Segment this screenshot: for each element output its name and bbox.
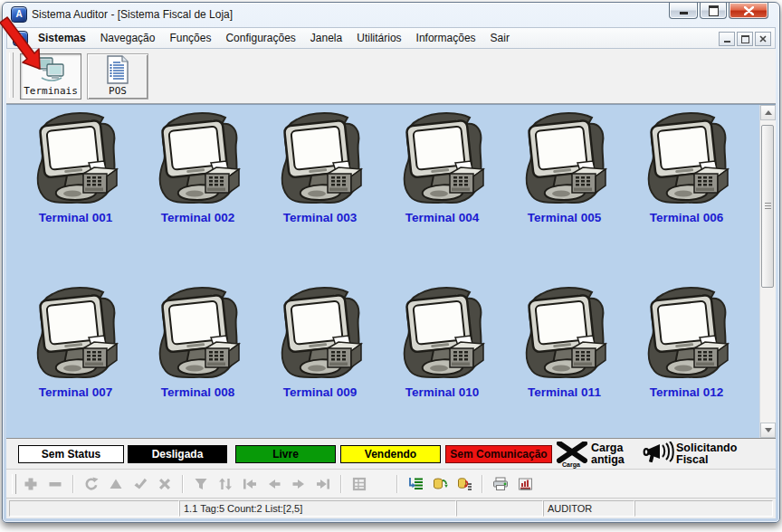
- load-data-button[interactable]: [454, 474, 474, 494]
- first-record-button[interactable]: [240, 474, 260, 494]
- first-record-icon: [243, 477, 257, 491]
- menu-funcoes[interactable]: Funções: [162, 29, 218, 47]
- pos-terminal-icon: [33, 287, 119, 381]
- terminal-item[interactable]: Terminal 003: [259, 112, 381, 275]
- menubar: A Sistemas Navegação Funções Configuraçõ…: [6, 27, 776, 49]
- confirm-icon: [133, 477, 148, 491]
- legend-vendendo: Vendendo: [340, 445, 441, 463]
- pos-terminal-icon: [277, 112, 364, 206]
- close-button[interactable]: [729, 3, 768, 19]
- remove-icon: [48, 477, 62, 491]
- statusbar: 1.1 Tag:5 Count:2 List:[2,5] AUDITOR: [6, 498, 776, 518]
- maximize-button[interactable]: [700, 3, 727, 19]
- carga-icon-caption: Carga: [562, 461, 580, 468]
- menu-utilitarios[interactable]: Utilitários: [349, 29, 408, 47]
- pos-button-label: POS: [109, 85, 127, 97]
- separator: [182, 475, 184, 493]
- vertical-scrollbar[interactable]: [759, 105, 776, 438]
- confirm-button[interactable]: [130, 474, 150, 494]
- close-icon: [744, 6, 754, 15]
- red-arrow-annotation: [0, 14, 58, 78]
- load-data-icon: [457, 477, 472, 491]
- pos-terminal-icon: [521, 112, 608, 206]
- goto-list-button[interactable]: [405, 474, 425, 494]
- terminal-item[interactable]: Terminal 009: [259, 287, 381, 438]
- edit-button[interactable]: [106, 474, 126, 494]
- print-button[interactable]: [491, 474, 510, 494]
- scrollbar-thumb[interactable]: [761, 125, 774, 288]
- statusbar-panel-empty: [456, 500, 543, 517]
- cancel-icon: [157, 477, 172, 491]
- terminal-label: Terminal 002: [137, 211, 259, 224]
- last-record-button[interactable]: [313, 474, 333, 494]
- terminal-item[interactable]: Terminal 007: [14, 287, 137, 438]
- filter-button[interactable]: [191, 474, 211, 494]
- statusbar-info: 1.1 Tag:5 Count:2 List:[2,5]: [179, 500, 456, 517]
- legend-desligada: Desligada: [128, 445, 227, 463]
- terminais-button-label: Terminais: [24, 85, 78, 97]
- menu-janela[interactable]: Janela: [303, 29, 349, 47]
- pos-terminal-icon: [399, 112, 486, 206]
- statusbar-user: AUDITOR: [543, 500, 634, 517]
- pos-button[interactable]: POS: [87, 53, 148, 100]
- solicitando-fiscal-label: Solicitando Fiscal: [676, 442, 743, 466]
- grid-icon: [352, 477, 367, 491]
- terminal-item[interactable]: Terminal 011: [503, 287, 625, 438]
- mdi-window-buttons: [719, 32, 771, 46]
- mdi-minimize-icon: [724, 41, 730, 43]
- previous-record-icon: [267, 477, 281, 491]
- maximize-icon: [709, 5, 719, 16]
- terminal-label: Terminal 003: [259, 211, 381, 224]
- menu-items: Sistemas Navegação Funções Configurações…: [33, 29, 517, 47]
- menu-navegacao[interactable]: Navegação: [93, 29, 163, 47]
- scroll-up-button[interactable]: [760, 105, 776, 120]
- refresh-data-button[interactable]: [430, 474, 450, 494]
- terminal-item[interactable]: Terminal 006: [625, 112, 748, 275]
- terminal-item[interactable]: Terminal 010: [381, 287, 503, 438]
- refresh-button[interactable]: [81, 474, 101, 494]
- last-record-icon: [316, 477, 330, 491]
- menu-informacoes[interactable]: Informações: [409, 29, 483, 47]
- terminal-item[interactable]: Terminal 012: [625, 287, 748, 438]
- titlebar[interactable]: A Sistema Auditor - [Sistema Fiscal de L…: [3, 3, 779, 26]
- terminal-item[interactable]: Terminal 002: [137, 112, 259, 275]
- mdi-restore-button[interactable]: [737, 32, 753, 46]
- separator: [396, 475, 398, 493]
- next-record-icon: [291, 477, 306, 491]
- separator: [72, 475, 74, 493]
- refresh-data-icon: [433, 477, 448, 491]
- pos-terminal-icon: [33, 112, 119, 206]
- refresh-icon: [84, 477, 99, 491]
- report-button[interactable]: [515, 474, 535, 494]
- remove-button[interactable]: [45, 474, 65, 494]
- terminal-item[interactable]: Terminal 005: [503, 112, 625, 275]
- sort-button[interactable]: [215, 474, 235, 494]
- terminal-item[interactable]: Terminal 004: [381, 112, 503, 275]
- terminal-label: Terminal 008: [137, 385, 259, 399]
- terminal-item[interactable]: Terminal 001: [14, 112, 137, 275]
- mdi-close-icon: [759, 35, 767, 43]
- grid-button[interactable]: [349, 474, 369, 494]
- minimize-button[interactable]: [669, 3, 698, 19]
- navbar-grip[interactable]: [12, 474, 16, 494]
- menu-sair[interactable]: Sair: [483, 29, 517, 47]
- app-window: A Sistema Auditor - [Sistema Fiscal de L…: [2, 2, 780, 523]
- pos-terminal-icon: [155, 287, 242, 381]
- cancel-button[interactable]: [155, 474, 175, 494]
- legend-sem-comunicacao: Sem Comunicação: [445, 445, 552, 463]
- mdi-minimize-button[interactable]: [719, 32, 735, 46]
- menu-configuracoes[interactable]: Configurações: [218, 29, 302, 47]
- add-button[interactable]: [21, 474, 41, 494]
- scrollbar-grip-icon: [765, 203, 771, 210]
- caption-buttons: [669, 3, 768, 19]
- pos-terminal-icon: [644, 112, 730, 206]
- mdi-close-button[interactable]: [755, 32, 771, 46]
- terminal-item[interactable]: Terminal 008: [137, 287, 259, 438]
- screenshot-stage: A Sistema Auditor - [Sistema Fiscal de L…: [0, 0, 782, 532]
- previous-record-button[interactable]: [264, 474, 284, 494]
- filter-icon: [194, 477, 208, 491]
- scroll-down-button[interactable]: [760, 423, 776, 438]
- edit-up-icon: [109, 477, 123, 491]
- next-record-button[interactable]: [289, 474, 309, 494]
- terminals-area: Terminal 001 Terminal 002 Terminal 003 T…: [6, 104, 776, 438]
